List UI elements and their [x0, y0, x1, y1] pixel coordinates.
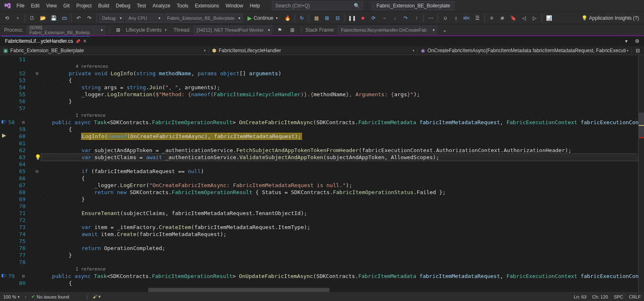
code-editor[interactable]: 51 4 references52⊟· · private void LogIn… [8, 55, 638, 292]
show-next-icon[interactable]: → [380, 14, 389, 23]
comment-icon[interactable]: ≡ [487, 14, 496, 23]
pause-icon[interactable]: ❚❚ [348, 14, 357, 23]
stackframe-dropdown[interactable]: FabricItemsLifecycleHandler.OnCreateFab [338, 25, 437, 35]
tool4-icon[interactable]: ☰ [473, 14, 482, 23]
zoom-control[interactable]: 100 %▾ [3, 294, 20, 299]
method-icon: ◉ [421, 48, 425, 53]
continue-button[interactable]: ▶ Continue ▾ [244, 14, 281, 23]
bulb-icon: 💡 [581, 15, 588, 21]
new-project-icon[interactable]: 🗋 [28, 14, 37, 23]
thread-dropdown[interactable]: [34212] .NET ThreadPool Worker [194, 25, 272, 35]
menu-test[interactable]: Test [134, 1, 149, 10]
menu-git[interactable]: Git [60, 1, 73, 10]
tool-icon[interactable]: ⋯ [426, 14, 435, 23]
split-icon[interactable]: ⊟ [633, 46, 642, 55]
document-tabs: FabricItemsLif…ycleHandler.cs 📌 ✕ ▾ ⚙ [0, 36, 644, 46]
hot-reload-icon[interactable]: 🔥 [283, 14, 292, 23]
visual-studio-logo-icon [2, 1, 12, 11]
solution-name[interactable]: Fabric_Extension_BE_Boilerplate [372, 1, 455, 10]
process-label: Process: [4, 27, 23, 33]
vertical-scrollbar[interactable] [638, 55, 644, 292]
redo-icon[interactable]: ↷ [85, 14, 94, 23]
step-over-icon[interactable]: ↷ [401, 14, 410, 23]
search-box[interactable]: Search (Ctrl+Q) 🔍 [272, 1, 363, 10]
class-selector[interactable]: ⬢ FabricItemsLifecycleHandler [209, 48, 418, 53]
configuration-dropdown[interactable]: Debug [99, 14, 124, 23]
menu-help[interactable]: Help [247, 1, 264, 10]
menu-file[interactable]: File [13, 1, 28, 10]
menu-bar: FileEditViewGitProjectBuildDebugTestAnal… [0, 0, 644, 12]
bookmark-next-icon[interactable]: ▷ [530, 14, 539, 23]
lifecycle-icon[interactable]: ⊞ [114, 25, 123, 35]
nav-back-icon[interactable]: ⟲ [2, 14, 12, 23]
glyph-margin[interactable]: ◧↑◧↑ [0, 55, 8, 292]
browser-icon[interactable]: ▦ [312, 14, 321, 23]
navigation-bar: ▣ Fabric_Extension_BE_Boilerplate ⬢ Fabr… [0, 46, 644, 55]
bookmark-icon[interactable]: 🔖 [509, 14, 518, 23]
search-icon: 🔍 [354, 3, 360, 9]
settings-icon[interactable]: ⚙ [632, 37, 642, 46]
threads-icon[interactable]: ⊞ [288, 25, 297, 35]
close-icon[interactable]: ✕ [83, 38, 87, 44]
overflow-icon[interactable]: ⌄ [440, 25, 449, 35]
window-icon[interactable]: ⊞ [322, 14, 331, 23]
brush-icon[interactable]: 🖌 ▾ [93, 294, 101, 299]
diag-icon[interactable]: 📊 [544, 14, 553, 23]
open-icon[interactable]: 📂 [38, 14, 47, 23]
platform-dropdown[interactable]: Any CPU [126, 14, 163, 23]
step-out-icon[interactable]: ↑ [412, 14, 421, 23]
member-selector[interactable]: ◉ OnCreateFabricItemAsync(FabricItemMeta… [418, 48, 632, 53]
thread-label: Thread: [173, 27, 190, 33]
caret-position[interactable]: Ln: 63 [574, 294, 586, 299]
active-tab[interactable]: FabricItemsLif…ycleHandler.cs 📌 ✕ [2, 36, 90, 46]
pin-icon[interactable]: 📌 [75, 39, 80, 44]
caret-column[interactable]: Ch: 120 [592, 294, 608, 299]
process-dropdown[interactable]: [9288] Fabric_Extension_BE_Boilerp [27, 25, 105, 35]
uncomment-icon[interactable]: ≢ [498, 14, 507, 23]
tool3-icon[interactable]: ⎀ [451, 14, 460, 23]
csharp-project-icon: ▣ [3, 48, 8, 53]
ok-icon: ✔ [31, 294, 35, 299]
horizontal-scrollbar[interactable] [148, 288, 638, 292]
startup-project-dropdown[interactable]: Fabric_Extension_BE_Boilerplate [164, 14, 243, 23]
undo-icon[interactable]: ↶ [74, 14, 83, 23]
nav-fwd-icon[interactable]: ▾ [13, 14, 22, 23]
error-status[interactable]: ✔ No issues found [31, 294, 69, 299]
refresh-icon[interactable]: ⟳ [369, 14, 378, 23]
stackframe-label: Stack Frame: [306, 27, 335, 33]
lifecycle-label: Lifecycle Events [126, 27, 162, 33]
menu-extensions[interactable]: Extensions [191, 1, 222, 10]
script-icon[interactable]: ⊟ [333, 14, 342, 23]
tab-title: FabricItemsLif…ycleHandler.cs [5, 38, 73, 44]
menu-analyze[interactable]: Analyze [149, 1, 174, 10]
tab-dropdown-icon[interactable]: ▾ [622, 37, 631, 46]
save-icon[interactable]: 💾 [49, 14, 58, 23]
save-all-icon[interactable]: 🗃 [60, 14, 69, 23]
project-selector[interactable]: ▣ Fabric_Extension_BE_Boilerplate [0, 48, 209, 53]
line-ending[interactable]: CRLF [629, 294, 641, 299]
play-icon: ▶ [247, 15, 252, 21]
class-icon: ⬢ [212, 48, 216, 53]
abc-icon[interactable]: abc [462, 14, 471, 23]
application-insights-button[interactable]: 💡 Application Insights (?) [579, 15, 642, 21]
menu-window[interactable]: Window [222, 1, 247, 10]
menu-view[interactable]: View [43, 1, 60, 10]
menu-edit[interactable]: Edit [28, 1, 43, 10]
menu-project[interactable]: Project [73, 1, 95, 10]
restart-icon[interactable]: ↻ [297, 14, 306, 23]
bookmark-prev-icon[interactable]: ◁ [519, 14, 528, 23]
tool2-icon[interactable]: ⎉ [441, 14, 450, 23]
status-bar: 100 %▾ • ✔ No issues found | 🖌 ▾ Ln: 63 … [0, 292, 644, 301]
stop-icon[interactable]: ■ [358, 14, 367, 23]
search-placeholder: Search (Ctrl+Q) [275, 3, 310, 9]
indent-mode[interactable]: SPC [614, 294, 623, 299]
menu-build[interactable]: Build [95, 1, 113, 10]
menu-debug[interactable]: Debug [112, 1, 133, 10]
menu-tools[interactable]: Tools [173, 1, 191, 10]
step-into-icon[interactable]: ↓ [390, 14, 399, 23]
debug-location-toolbar: Process: [9288] Fabric_Extension_BE_Boil… [0, 24, 644, 35]
flag-icon[interactable]: ⚑ [275, 25, 285, 35]
main-toolbar: ⟲ ▾ 🗋 📂 💾 🗃 ↶ ↷ Debug Any CPU Fabric_Ext… [0, 12, 644, 24]
